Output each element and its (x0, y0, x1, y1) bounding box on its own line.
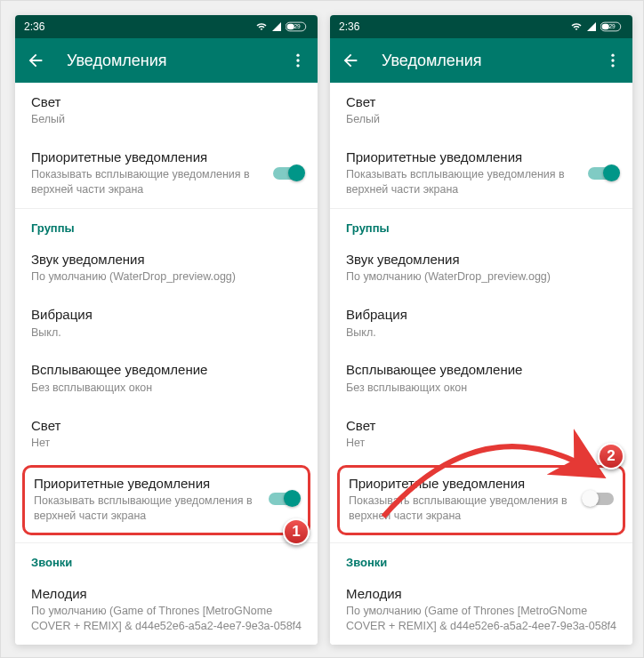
call-ringtone-setting[interactable]: Мелодия По умолчанию (Game of Thrones [M… (330, 574, 632, 634)
setting-value: По умолчанию (Game of Thrones [MetroGNom… (346, 604, 618, 634)
back-icon[interactable] (341, 51, 360, 70)
wifi-icon (570, 21, 583, 32)
light-setting[interactable]: Свет Белый (15, 83, 318, 138)
svg-text:29: 29 (294, 23, 301, 29)
more-icon[interactable] (289, 52, 307, 69)
priority-top-toggle[interactable] (273, 167, 303, 180)
group-priority-highlighted[interactable]: Приоритетные уведомления Показывать вспл… (22, 465, 310, 535)
priority-top-setting[interactable]: Приоритетные уведомления Показывать вспл… (330, 138, 632, 208)
phone-screenshot-left: 2:36 29 Уведомления Свет Белый Приоритет… (15, 15, 318, 645)
group-sound-setting[interactable]: Звук уведомления По умолчанию (WaterDrop… (330, 240, 632, 295)
setting-value: Белый (31, 112, 303, 127)
setting-label: Свет (31, 93, 303, 111)
group-vibration-setting[interactable]: Вибрация Выкл. (330, 295, 632, 350)
status-bar: 2:36 29 (330, 15, 632, 38)
setting-label: Звук уведомления (346, 251, 618, 269)
setting-value: Нет (346, 436, 618, 451)
app-bar: Уведомления (15, 38, 318, 83)
setting-label: Всплывающее уведомление (31, 361, 303, 379)
app-bar-title: Уведомления (382, 52, 583, 70)
setting-value: Выкл. (346, 325, 618, 341)
setting-sub: Показывать всплывающие уведомления в вер… (346, 167, 577, 197)
group-light-setting[interactable]: Свет Нет (15, 406, 318, 461)
svg-point-9 (611, 54, 614, 57)
setting-value: По умолчанию (Game of Thrones [MetroGNom… (31, 604, 303, 634)
svg-rect-7 (602, 24, 609, 30)
status-time: 2:36 (339, 20, 359, 33)
battery-icon: 29 (286, 21, 309, 32)
setting-label: Мелодия (31, 585, 303, 603)
group-priority-toggle[interactable] (269, 493, 299, 505)
wifi-icon (255, 21, 268, 32)
groups-section-header: Группы (15, 209, 318, 240)
group-popup-setting[interactable]: Всплывающее уведомление Без всплывающих … (330, 350, 632, 405)
setting-label: Приоритетные уведомления (31, 148, 262, 166)
settings-list: Свет Белый Приоритетные уведомления Пока… (15, 83, 318, 645)
svg-point-5 (296, 64, 299, 67)
setting-sub: Показывать всплывающие уведомления в вер… (349, 494, 573, 524)
group-vibration-setting[interactable]: Вибрация Выкл. (15, 295, 318, 350)
setting-label: Вибрация (31, 306, 303, 324)
svg-point-4 (296, 59, 299, 61)
group-sound-setting[interactable]: Звук уведомления По умолчанию (WaterDrop… (15, 240, 318, 295)
calls-section-header: Звонки (330, 543, 632, 574)
group-light-setting[interactable]: Свет Нет (330, 406, 632, 461)
signal-icon (586, 21, 597, 32)
setting-label: Звук уведомления (31, 251, 303, 269)
status-indicators: 29 (570, 21, 624, 32)
setting-label: Свет (31, 417, 303, 435)
setting-value: Без всплывающих окон (346, 381, 618, 396)
group-popup-setting[interactable]: Всплывающее уведомление Без всплывающих … (15, 350, 318, 405)
settings-list: Свет Белый Приоритетные уведомления Пока… (330, 83, 632, 645)
step-badge-2: 2 (598, 443, 624, 469)
setting-value: Без всплывающих окон (31, 381, 303, 396)
light-setting[interactable]: Свет Белый (330, 83, 632, 138)
call-ringtone-setting[interactable]: Мелодия По умолчанию (Game of Thrones [M… (15, 574, 318, 634)
phone-screenshot-right: 2:36 29 Уведомления Свет Белый Приоритет… (330, 15, 632, 645)
setting-value: По умолчанию (WaterDrop_preview.ogg) (31, 269, 303, 285)
svg-point-11 (611, 64, 614, 67)
svg-rect-1 (287, 24, 294, 30)
setting-label: Свет (346, 93, 618, 111)
step-badge-1: 1 (283, 518, 310, 545)
group-priority-toggle[interactable] (584, 493, 614, 505)
status-bar: 2:36 29 (15, 15, 318, 38)
status-time: 2:36 (24, 20, 44, 33)
group-priority-highlighted[interactable]: Приоритетные уведомления Показывать вспл… (337, 465, 625, 535)
app-bar-title: Уведомления (67, 52, 268, 70)
setting-label: Свет (346, 417, 618, 435)
battery-icon: 29 (600, 21, 624, 32)
setting-label: Мелодия (346, 585, 618, 603)
back-icon[interactable] (26, 51, 45, 70)
setting-label: Приоритетные уведомления (346, 148, 577, 166)
setting-value: Белый (346, 112, 618, 127)
setting-label: Вибрация (346, 306, 618, 324)
setting-label: Приоритетные уведомления (349, 475, 573, 493)
groups-section-header: Группы (330, 209, 632, 240)
setting-value: По умолчанию (WaterDrop_preview.ogg) (346, 269, 618, 285)
more-icon[interactable] (604, 52, 622, 69)
svg-text:29: 29 (608, 23, 616, 29)
setting-label: Всплывающее уведомление (346, 361, 618, 379)
setting-value: Выкл. (31, 325, 303, 341)
setting-label: Приоритетные уведомления (34, 475, 258, 493)
setting-value: Нет (31, 436, 303, 451)
status-indicators: 29 (255, 21, 309, 32)
setting-sub: Показывать всплывающие уведомления в вер… (31, 167, 262, 197)
calls-section-header: Звонки (15, 543, 318, 574)
setting-sub: Показывать всплывающие уведомления в вер… (34, 494, 258, 524)
signal-icon (271, 21, 282, 32)
app-bar: Уведомления (330, 38, 632, 83)
svg-point-10 (611, 59, 614, 61)
svg-point-3 (296, 54, 299, 57)
priority-top-setting[interactable]: Приоритетные уведомления Показывать вспл… (15, 138, 318, 208)
priority-top-toggle[interactable] (588, 167, 618, 180)
